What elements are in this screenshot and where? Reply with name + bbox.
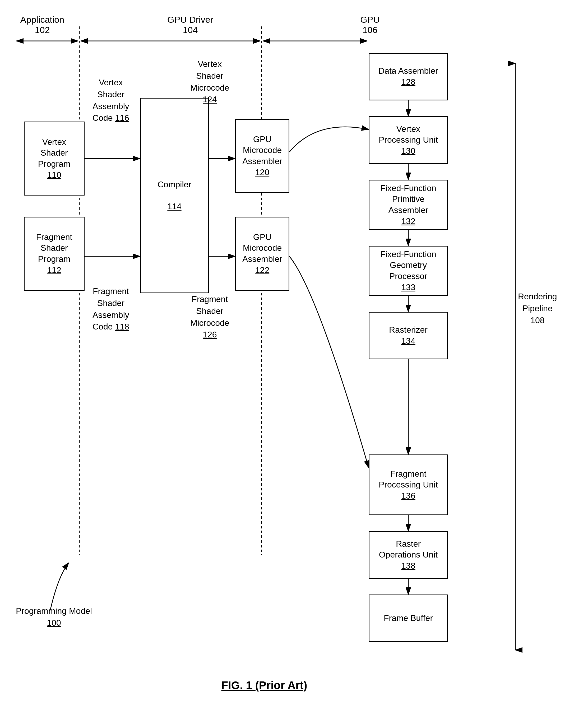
fragment-shader-microcode-label: FragmentShaderMicrocode126 [190,293,229,341]
gpu-microcode-assembler-top-box: GPU Microcode Assembler 120 [235,119,289,193]
programming-model-label: Programming Model100 [16,605,92,629]
raster-operations-unit-box: Raster Operations Unit 138 [369,531,448,579]
vertex-shader-assembly-label: VertexShaderAssemblyCode 116 [92,77,129,124]
fragment-shader-assembly-label: FragmentShaderAssemblyCode 118 [92,286,129,333]
vertex-processing-unit-box: Vertex Processing Unit 130 [369,116,448,164]
fragment-shader-program-box: Fragment Shader Program 112 [24,217,85,291]
diagram: Application 102 GPU Driver 104 GPU 106 [0,0,588,715]
application-header: Application 102 [16,15,69,35]
vertex-shader-microcode-label: VertexShaderMicrocode124 [190,58,229,105]
gpu-header: GPU 106 [330,15,410,35]
gpu-microcode-assembler-bot-box: GPU Microcode Assembler 122 [235,217,289,291]
rasterizer-box: Rasterizer 134 [369,312,448,359]
rendering-pipeline-label: RenderingPipeline108 [518,291,557,326]
fragment-processing-unit-box: Fragment Processing Unit 136 [369,455,448,515]
data-assembler-box: Data Assembler 128 [369,53,448,100]
compiler-box: Compiler 114 [140,98,209,293]
fig-caption: FIG. 1 (Prior Art) [159,679,370,692]
vertex-shader-program-box: Vertex Shader Program 110 [24,122,85,195]
frame-buffer-box: Frame Buffer [369,594,448,642]
fixed-function-primitive-box: Fixed-Function Primitive Assembler 132 [369,180,448,230]
gpu-driver-header: GPU Driver 104 [138,15,243,35]
fixed-function-geometry-box: Fixed-Function Geometry Processor 133 [369,246,448,296]
